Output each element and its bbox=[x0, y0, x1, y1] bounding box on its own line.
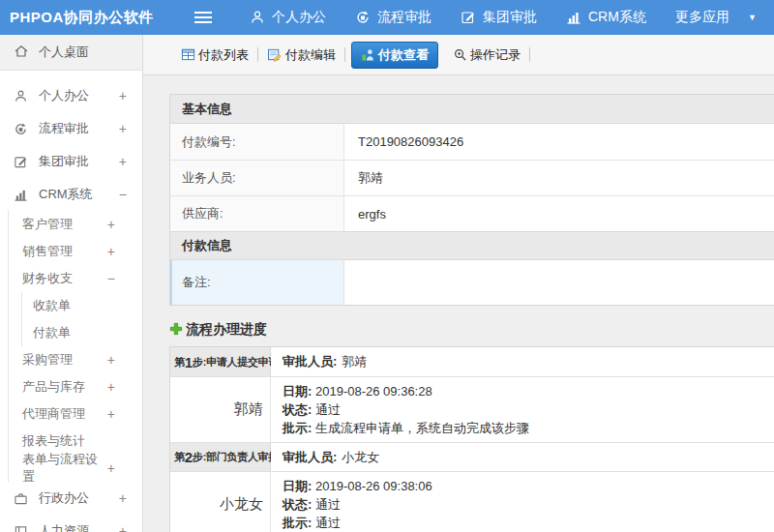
topnav-personal-office[interactable]: 个人办公 bbox=[250, 9, 326, 26]
table-row-payment-no: 付款编号: T20190826093426 bbox=[170, 124, 774, 160]
sidebar-item-crm[interactable]: CRM系统 − bbox=[0, 178, 142, 211]
edit-doc-icon bbox=[267, 47, 283, 62]
view-person-icon bbox=[361, 47, 375, 62]
comment-value: 通过 bbox=[315, 516, 341, 530]
process-step-header: 第1步:申请人提交申请 审批人员: 郭靖 bbox=[170, 347, 774, 376]
expand-plus-icon[interactable]: + bbox=[119, 121, 127, 136]
expand-plus-icon[interactable]: + bbox=[107, 217, 115, 232]
expand-plus-icon[interactable]: + bbox=[119, 154, 127, 169]
process-step-header: 第2步:部门负责人审批 审批人员: 小龙女 bbox=[170, 442, 774, 471]
field-label: 付款编号: bbox=[170, 124, 344, 160]
process-arrow-icon bbox=[14, 122, 29, 136]
sidebar-item-products-inventory[interactable]: 产品与库存 + bbox=[9, 373, 142, 400]
sidebar-item-label: 个人办公 bbox=[39, 87, 89, 104]
sidebar-item-customer-mgmt[interactable]: 客户管理 + bbox=[9, 211, 142, 238]
sidebar-item-admin-office[interactable]: 行政办公 + bbox=[0, 482, 142, 515]
table-row-business-person: 业务人员: 郭靖 bbox=[170, 160, 774, 195]
sidebar-item-purchase-mgmt[interactable]: 采购管理 + bbox=[9, 346, 142, 373]
tab-payment-list[interactable]: 付款列表 bbox=[172, 46, 257, 64]
expand-plus-icon[interactable]: + bbox=[107, 460, 115, 476]
collapse-minus-icon[interactable]: − bbox=[119, 187, 127, 202]
finance-submenu: 收款单 付款单 bbox=[21, 292, 142, 346]
top-navigation: 个人办公 流程审批 集团审批 CRM系统 更多应用 ▼ bbox=[250, 9, 757, 26]
date-label: 日期: bbox=[283, 479, 312, 493]
sidebar-item-hr[interactable]: 人力资源 + bbox=[0, 515, 142, 532]
tab-divider bbox=[529, 47, 530, 62]
sidebar-menu: 个人办公 + 流程审批 + 集团审批 + CR bbox=[0, 71, 142, 532]
home-icon bbox=[14, 44, 29, 62]
process-arrow-icon bbox=[355, 10, 371, 25]
sidebar-item-label: 财务收支 bbox=[22, 270, 73, 287]
sidebar-item-group-approval[interactable]: 集团审批 + bbox=[0, 145, 142, 178]
step-detail-info: 日期: 2019-08-26 09:36:28 状态: 通过 批示: 生成流程申… bbox=[271, 377, 774, 442]
step-prefix: 第 bbox=[174, 355, 185, 369]
briefcase-icon bbox=[14, 491, 29, 506]
expand-plus-icon[interactable]: + bbox=[107, 352, 115, 368]
caret-down-icon[interactable]: ▼ bbox=[748, 13, 757, 22]
collapse-minus-icon[interactable]: − bbox=[107, 271, 115, 286]
topnav-more-apps[interactable]: 更多应用 ▼ bbox=[675, 9, 757, 26]
field-label: 供应商: bbox=[170, 196, 344, 231]
tab-operation-log[interactable]: 操作记录 bbox=[444, 46, 529, 64]
expand-plus-icon[interactable]: + bbox=[107, 379, 115, 395]
sidebar-item-payment-form[interactable]: 付款单 bbox=[22, 319, 142, 346]
step-title: 第2步:部门负责人审批 bbox=[170, 443, 271, 471]
process-step-detail: 小龙女 日期: 2019-08-26 09:38:06 状态: 通过 批示: 通… bbox=[170, 471, 774, 532]
tab-bar: 付款列表 付款编辑 付款查看 操作记录 bbox=[143, 35, 774, 75]
expand-plus-icon[interactable]: + bbox=[119, 490, 127, 506]
approver-label: 审批人员: bbox=[283, 353, 337, 370]
process-step-detail: 郭靖 日期: 2019-08-26 09:36:28 状态: 通过 批示: 生成… bbox=[170, 376, 774, 442]
topnav-crm[interactable]: CRM系统 bbox=[566, 9, 646, 26]
date-value: 2019-08-26 09:36:28 bbox=[315, 384, 432, 399]
sidebar-item-agent-mgmt[interactable]: 代理商管理 + bbox=[9, 400, 142, 428]
table-icon bbox=[181, 47, 195, 62]
status-label: 状态: bbox=[283, 402, 312, 417]
plus-green-icon bbox=[169, 322, 183, 339]
sidebar-item-label: 销售管理 bbox=[22, 243, 73, 260]
expand-plus-icon[interactable]: + bbox=[107, 244, 115, 259]
expand-plus-icon[interactable]: + bbox=[119, 88, 127, 103]
expand-plus-icon[interactable]: + bbox=[119, 523, 127, 532]
status-label: 状态: bbox=[283, 497, 312, 512]
approver-label: 审批人员: bbox=[283, 449, 337, 466]
sidebar-item-finance[interactable]: 财务收支 − bbox=[9, 265, 142, 292]
field-value: ergfs bbox=[344, 196, 774, 231]
sidebar-item-label: 集团审批 bbox=[39, 153, 89, 170]
topbar: PHPOA协同办公软件 个人办公 流程审批 集团审批 CRM系统 bbox=[0, 0, 774, 35]
bar-chart-icon bbox=[14, 188, 29, 202]
step-number: 1 bbox=[185, 354, 193, 370]
field-label: 备注: bbox=[170, 260, 344, 305]
process-progress-table: 第1步:申请人提交申请 审批人员: 郭靖 郭靖 日期: 2019-08-26 0… bbox=[169, 346, 774, 532]
sidebar: 个人桌面 个人办公 + 流程审批 + 集团审批 bbox=[0, 35, 143, 532]
step-approver: 审批人员: 郭靖 bbox=[271, 347, 774, 376]
main-area: 付款列表 付款编辑 付款查看 操作记录 bbox=[143, 35, 774, 532]
topnav-process-approval[interactable]: 流程审批 bbox=[355, 9, 432, 26]
field-value: 郭靖 bbox=[344, 161, 774, 195]
approver-name: 郭靖 bbox=[170, 377, 271, 442]
sidebar-item-label: 客户管理 bbox=[22, 216, 73, 233]
step-number: 2 bbox=[185, 449, 193, 465]
tab-label: 付款编辑 bbox=[285, 46, 336, 64]
tab-payment-view[interactable]: 付款查看 bbox=[351, 42, 438, 69]
topnav-group-approval[interactable]: 集团审批 bbox=[461, 9, 537, 26]
sidebar-item-form-process-settings[interactable]: 表单与流程设置 + bbox=[9, 455, 142, 482]
payment-detail-table: 基本信息 付款编号: T20190826093426 业务人员: 郭靖 供应商:… bbox=[169, 94, 774, 306]
sidebar-item-sales-mgmt[interactable]: 销售管理 + bbox=[9, 238, 142, 265]
sidebar-item-receipt-form[interactable]: 收款单 bbox=[22, 292, 142, 319]
topnav-label: 流程审批 bbox=[377, 9, 432, 26]
detail-status-line: 状态: 通过 bbox=[283, 495, 774, 514]
bar-chart-icon bbox=[566, 10, 581, 25]
table-row-supplier: 供应商: ergfs bbox=[170, 195, 774, 231]
detail-comment-line: 批示: 通过 bbox=[283, 514, 774, 532]
sidebar-item-personal-desktop[interactable]: 个人桌面 bbox=[0, 35, 142, 71]
step-detail-info: 日期: 2019-08-26 09:38:06 状态: 通过 批示: 通过 bbox=[271, 472, 774, 532]
field-label: 业务人员: bbox=[170, 161, 344, 195]
approver-name: 小龙女 bbox=[170, 472, 271, 532]
sidebar-item-personal-office[interactable]: 个人办公 + bbox=[0, 79, 142, 112]
hamburger-icon[interactable] bbox=[194, 11, 215, 24]
sidebar-item-label: 个人桌面 bbox=[39, 44, 89, 61]
sidebar-item-process-approval[interactable]: 流程审批 + bbox=[0, 112, 142, 145]
edit-square-icon bbox=[461, 10, 476, 25]
expand-plus-icon[interactable]: + bbox=[107, 406, 115, 422]
tab-payment-edit[interactable]: 付款编辑 bbox=[258, 46, 344, 64]
